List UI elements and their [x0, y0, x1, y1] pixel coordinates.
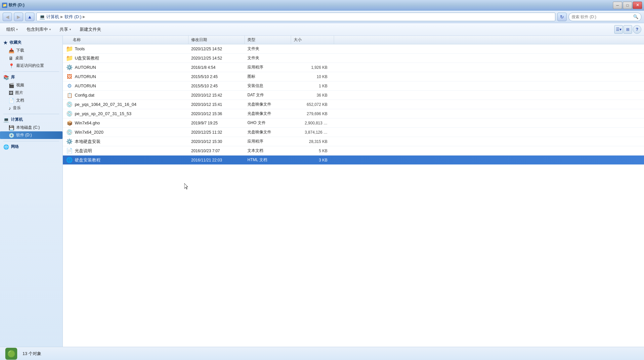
breadcrumb-drive[interactable]: 软件 (D:) — [64, 14, 81, 20]
add-to-lib-label: 包含到库中 — [26, 26, 48, 32]
sidebar-item-recent[interactable]: 📍 最近访问的位置 — [0, 62, 63, 69]
drive-d-icon: 💿 — [9, 133, 14, 138]
share-arrow: ▾ — [69, 28, 71, 31]
file-type-icon: 💿 — [66, 111, 73, 117]
organize-button[interactable]: 组织 ▾ — [3, 24, 21, 34]
file-date: 2020/10/12 15:36 — [189, 112, 245, 116]
file-name-cell: ⚙️ 本地硬盘安装 — [63, 138, 189, 145]
file-name: 光盘说明 — [75, 148, 92, 154]
file-type-icon: 📁 — [66, 55, 73, 62]
documents-icon: 📄 — [9, 98, 14, 103]
file-size: 10 KB — [291, 74, 334, 79]
file-name: Tools — [75, 46, 85, 51]
maximize-button[interactable]: □ — [623, 2, 632, 9]
file-type-icon: ⚙️ — [66, 138, 73, 145]
sidebar-section-favorites-header[interactable]: ★ 收藏夹 — [0, 38, 63, 47]
sidebar-item-documents[interactable]: 📄 文档 — [0, 97, 63, 104]
new-folder-button[interactable]: 新建文件夹 — [76, 24, 105, 34]
sidebar-section-library-header[interactable]: 📚 库 — [0, 73, 63, 81]
file-date: 2020/12/25 11:32 — [189, 130, 245, 135]
table-row[interactable]: ⚙️ 本地硬盘安装 2020/10/12 15:30 应用程序 28,315 K… — [63, 137, 644, 146]
sidebar-item-drive-c[interactable]: 💾 本地磁盘 (C:) — [0, 124, 63, 131]
sidebar-section-network: 🌐 网络 — [0, 143, 63, 151]
status-text: 13 个对象 — [22, 351, 41, 357]
share-button[interactable]: 共享 ▾ — [56, 24, 75, 34]
col-header-name[interactable]: 名称 — [63, 36, 189, 44]
file-date: 2020/10/12 15:41 — [189, 102, 245, 107]
search-icon[interactable]: 🔍 — [633, 14, 638, 19]
file-name-cell: 📦 Win7x64.gho — [63, 120, 189, 126]
view-dropdown-button[interactable]: ☰▾ — [614, 25, 623, 34]
forward-button[interactable]: ▶ — [14, 13, 23, 21]
file-size: 1 KB — [291, 84, 334, 88]
organize-label: 组织 — [6, 26, 15, 32]
table-row[interactable]: 📁 Tools 2020/12/25 14:52 文件夹 — [63, 44, 644, 54]
recent-icon: 📍 — [9, 63, 14, 68]
sidebar-item-pictures[interactable]: 🖼 图片 — [0, 89, 63, 97]
column-header: 名称 修改日期 类型 大小 — [63, 36, 644, 44]
sidebar-item-music[interactable]: ♪ 音乐 — [0, 104, 63, 112]
sidebar-item-desktop[interactable]: 🖥 桌面 — [0, 54, 63, 62]
minimize-button[interactable]: ─ — [613, 2, 622, 9]
file-date: 2020/10/12 15:42 — [189, 93, 245, 98]
table-row[interactable]: 📄 光盘说明 2016/10/23 7:07 文本文档 5 KB — [63, 146, 644, 156]
file-area: 名称 修改日期 类型 大小 📁 Tools 2020/12/25 14:52 文… — [63, 36, 644, 347]
file-size: 1,926 KB — [291, 65, 334, 70]
table-row[interactable]: 📦 Win7x64.gho 2019/9/7 19:25 GHO 文件 2,90… — [63, 118, 644, 128]
file-type-icon: 💿 — [66, 129, 73, 136]
refresh-button[interactable]: ↻ — [557, 13, 567, 21]
help-button[interactable]: ? — [633, 25, 641, 34]
back-button[interactable]: ◀ — [3, 13, 12, 21]
music-label: 音乐 — [13, 105, 21, 111]
downloads-label: 下载 — [16, 48, 24, 53]
table-row[interactable]: 📁 U盘安装教程 2020/12/25 14:52 文件夹 — [63, 54, 644, 63]
file-date: 2016/10/23 7:07 — [189, 149, 245, 153]
col-header-size[interactable]: 大小 — [291, 36, 334, 44]
new-folder-label: 新建文件夹 — [80, 26, 101, 32]
view-layout-button[interactable]: ⊞ — [623, 25, 632, 34]
col-header-type[interactable]: 类型 — [245, 36, 291, 44]
file-type-text: GHO 文件 — [245, 120, 291, 126]
file-name-cell: 📁 U盘安装教程 — [63, 55, 189, 62]
sidebar-item-video[interactable]: 🎬 视频 — [0, 81, 63, 89]
table-row[interactable]: 💿 pe_yqs_1064_20_07_31_16_04 2020/10/12 … — [63, 100, 644, 109]
file-name: AUTORUN — [75, 65, 96, 70]
network-icon: 🌐 — [3, 144, 9, 150]
share-label: 共享 — [60, 26, 68, 32]
file-list: 📁 Tools 2020/12/25 14:52 文件夹 📁 U盘安装教程 20… — [63, 44, 644, 347]
file-date: 2016/1/8 4:54 — [189, 65, 245, 70]
computer-label: 计算机 — [11, 117, 23, 122]
sidebar-item-drive-d[interactable]: 💿 软件 (D:) — [0, 131, 63, 139]
table-row[interactable]: 🖼 AUTORUN 2015/5/10 2:45 图标 10 KB — [63, 72, 644, 81]
sidebar-section-favorites: ★ 收藏夹 📥 下载 🖥 桌面 📍 最近访问的位置 — [0, 38, 63, 69]
table-row[interactable]: 💿 Win7x64_2020 2020/12/25 11:32 光盘映像文件 3… — [63, 128, 644, 137]
file-date: 2020/12/25 14:52 — [189, 47, 245, 51]
file-type-icon: 🌐 — [66, 157, 73, 163]
recent-label: 最近访问的位置 — [16, 63, 44, 68]
table-row[interactable]: 💿 pe_yqs_xp_20_07_31_15_53 2020/10/12 15… — [63, 109, 644, 118]
toolbar-view-buttons: ☰▾ ⊞ ? — [614, 25, 641, 34]
desktop-label: 桌面 — [15, 55, 23, 61]
breadcrumb-sep-2: ▶ — [83, 15, 85, 19]
table-row[interactable]: ⚙ AUTORUN 2015/5/10 2:45 安装信息 1 KB — [63, 81, 644, 91]
col-header-date[interactable]: 修改日期 — [189, 36, 245, 44]
library-label: 库 — [11, 74, 15, 80]
up-button[interactable]: ▲ — [25, 13, 34, 21]
sidebar-section-computer-header[interactable]: 💻 计算机 — [0, 115, 63, 124]
table-row[interactable]: 📋 Config.dat 2020/10/12 15:42 DAT 文件 36 … — [63, 91, 644, 100]
table-row[interactable]: 🌐 硬盘安装教程 2016/11/21 22:03 HTML 文档 3 KB — [63, 156, 644, 165]
network-label: 网络 — [11, 144, 19, 150]
file-size: 5 KB — [291, 149, 334, 153]
breadcrumb-computer[interactable]: 计算机 — [46, 14, 59, 20]
status-icon: 🟢 — [5, 348, 17, 360]
col-type-label: 类型 — [247, 37, 255, 43]
table-row[interactable]: ⚙️ AUTORUN 2016/1/8 4:54 应用程序 1,926 KB — [63, 63, 644, 72]
close-button[interactable]: ✕ — [633, 2, 642, 9]
add-to-lib-button[interactable]: 包含到库中 ▾ — [23, 24, 55, 34]
file-name-cell: 💿 pe_yqs_1064_20_07_31_16_04 — [63, 101, 189, 108]
search-input[interactable] — [572, 15, 632, 19]
file-name-cell: 💿 Win7x64_2020 — [63, 129, 189, 136]
sidebar-section-network-header[interactable]: 🌐 网络 — [0, 143, 63, 151]
sidebar-item-downloads[interactable]: 📥 下载 — [0, 47, 63, 54]
file-type-icon: 💿 — [66, 101, 73, 108]
